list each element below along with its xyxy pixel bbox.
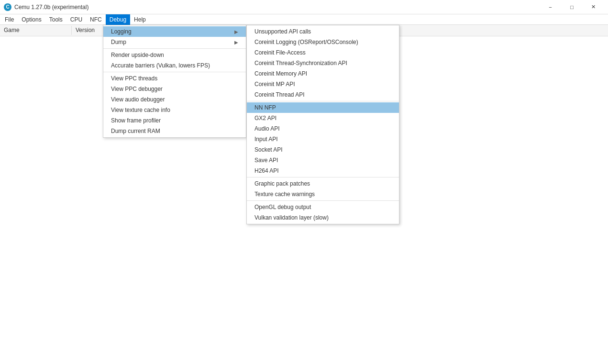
- logging-nn-nfp[interactable]: NN NFP: [247, 102, 399, 113]
- close-button[interactable]: ✕: [583, 0, 604, 14]
- logging-coreinit-mp[interactable]: Coreinit MP API: [247, 79, 399, 89]
- menu-bar: File Options Tools CPU NFC Debug Help: [0, 14, 608, 25]
- menu-help[interactable]: Help: [130, 14, 150, 25]
- logging-audio-api[interactable]: Audio API: [247, 123, 399, 134]
- app-icon: C: [4, 3, 11, 11]
- debug-menu: Logging ▶ Dump ▶ Render upside-down Accu…: [103, 25, 246, 138]
- debug-menu-dump[interactable]: Dump ▶: [103, 37, 246, 47]
- minimize-button[interactable]: −: [540, 0, 561, 14]
- debug-menu-render-upside-down[interactable]: Render upside-down: [103, 50, 246, 60]
- menu-debug[interactable]: Debug: [106, 14, 130, 25]
- title-bar-controls: − □ ✕: [540, 0, 604, 14]
- logging-input-api[interactable]: Input API: [247, 134, 399, 144]
- menu-file[interactable]: File: [1, 14, 18, 25]
- maximize-button[interactable]: □: [561, 0, 583, 14]
- debug-menu-logging[interactable]: Logging ▶: [103, 26, 246, 37]
- submenu-arrow-dump: ▶: [234, 40, 238, 45]
- logging-separator-2: [247, 177, 399, 177]
- menu-tools[interactable]: Tools: [45, 14, 66, 25]
- menu-options[interactable]: Options: [18, 14, 45, 25]
- logging-submenu: Unsupported API calls Coreinit Logging (…: [246, 25, 399, 224]
- submenu-arrow-logging: ▶: [234, 29, 238, 34]
- logging-coreinit-thread-sync[interactable]: Coreinit Thread-Synchronization API: [247, 58, 399, 68]
- title-bar: C Cemu 1.27.0b (experimental) − □ ✕: [0, 0, 608, 14]
- title-bar-left: C Cemu 1.27.0b (experimental): [4, 3, 88, 11]
- col-game: Game: [0, 26, 72, 35]
- logging-coreinit-memory[interactable]: Coreinit Memory API: [247, 68, 399, 79]
- logging-save-api[interactable]: Save API: [247, 155, 399, 165]
- title-bar-title: Cemu 1.27.0b (experimental): [14, 4, 88, 11]
- logging-socket-api[interactable]: Socket API: [247, 144, 399, 155]
- debug-menu-view-ppc-debugger[interactable]: View PPC debugger: [103, 84, 246, 94]
- logging-coreinit-file-access[interactable]: Coreinit File-Access: [247, 47, 399, 58]
- logging-coreinit-logging[interactable]: Coreinit Logging (OSReport/OSConsole): [247, 37, 399, 47]
- logging-coreinit-thread[interactable]: Coreinit Thread API: [247, 89, 399, 100]
- logging-separator-1: [247, 101, 399, 101]
- logging-gx2-api[interactable]: GX2 API: [247, 113, 399, 123]
- debug-menu-view-audio-debugger[interactable]: View audio debugger: [103, 94, 246, 105]
- debug-menu-view-texture-cache[interactable]: View texture cache info: [103, 105, 246, 115]
- logging-opengl-debug[interactable]: OpenGL debug output: [247, 202, 399, 212]
- logging-graphic-pack-patches[interactable]: Graphic pack patches: [247, 178, 399, 189]
- menu-nfc[interactable]: NFC: [86, 14, 106, 25]
- debug-separator-1: [103, 48, 246, 49]
- debug-menu-show-frame-profiler[interactable]: Show frame profiler: [103, 115, 246, 126]
- logging-vulkan-validation[interactable]: Vulkan validation layer (slow): [247, 212, 399, 223]
- debug-menu-dump-current-ram[interactable]: Dump current RAM: [103, 126, 246, 136]
- logging-h264-api[interactable]: H264 API: [247, 165, 399, 176]
- debug-menu-accurate-barriers[interactable]: Accurate barriers (Vulkan, lowers FPS): [103, 60, 246, 71]
- logging-unsupported-api[interactable]: Unsupported API calls: [247, 26, 399, 37]
- logging-separator-3: [247, 200, 399, 201]
- debug-menu-view-ppc-threads[interactable]: View PPC threads: [103, 73, 246, 84]
- menu-cpu[interactable]: CPU: [66, 14, 86, 25]
- logging-texture-cache-warnings[interactable]: Texture cache warnings: [247, 189, 399, 199]
- main-content: Game Version Logging ▶ Dump ▶ Render ups…: [0, 25, 608, 364]
- debug-separator-2: [103, 72, 246, 72]
